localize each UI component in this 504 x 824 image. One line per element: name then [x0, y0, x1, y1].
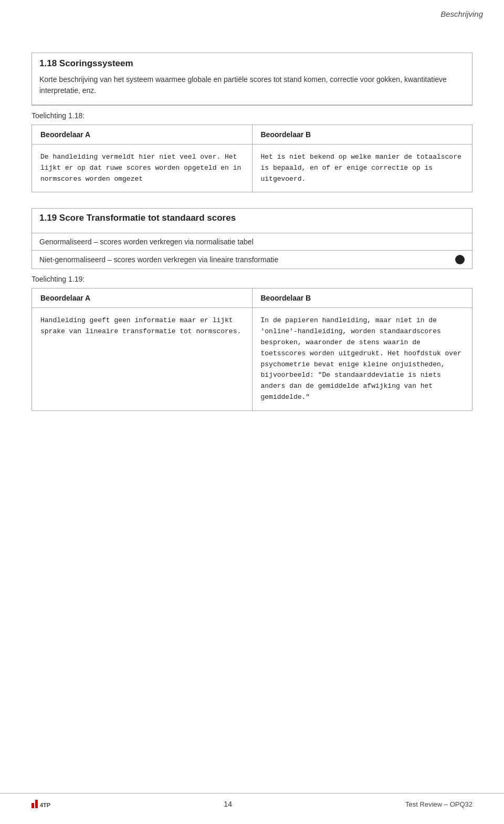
toelichting-118-text: Toelichting 1.18: — [32, 111, 85, 120]
section-119-row2: Niet-genormaliseerd – scores worden verk… — [32, 251, 472, 269]
page-footer: 4TP 14 Test Review – OPQ32 — [0, 793, 504, 808]
toelichting-119-text: Toelichting 1.19: — [32, 275, 85, 283]
col-b-header-119: Beoordelaar B — [252, 289, 472, 308]
toelichting-119-container: Toelichting 1.19: — [32, 274, 472, 284]
table-119: Beoordelaar A Beoordelaar B Handleiding … — [32, 288, 472, 410]
logo-bar-2 — [35, 800, 38, 808]
section-118: 1.18 Scoringssysteem Korte beschrijving … — [32, 53, 472, 192]
section-119-row1: Genormaliseerd – scores worden verkregen… — [32, 233, 472, 251]
section-118-title-row: 1.18 Scoringssysteem Korte beschrijving … — [32, 53, 472, 105]
col-a-header-118: Beoordelaar A — [32, 125, 253, 145]
col-b-header-118: Beoordelaar B — [252, 125, 472, 145]
section-119-title: 1.19 Score Transformatie tot standaard s… — [39, 213, 465, 223]
logo-text: 4TP — [40, 802, 50, 808]
table-118: Beoordelaar A Beoordelaar B De handleidi… — [32, 125, 472, 192]
col-a-cell-118: De handleiding vermeldt hier niet veel o… — [32, 145, 253, 192]
section-118-border: 1.18 Scoringssysteem Korte beschrijving … — [32, 53, 472, 106]
footer-page-number: 14 — [224, 800, 232, 808]
footer-logo: 4TP — [32, 800, 50, 808]
section-119-block: 1.19 Score Transformatie tot standaard s… — [32, 208, 472, 269]
table-row: Handleiding geeft geen informatie maar e… — [32, 308, 472, 410]
logo-bar-1 — [32, 803, 34, 808]
page-header-title: Beschrijving — [440, 9, 483, 18]
section-119-title-row: 1.19 Score Transformatie tot standaard s… — [32, 209, 472, 233]
section-118-title: 1.18 Scoringssysteem — [39, 58, 465, 69]
bullet-icon — [455, 255, 465, 264]
col-a-header-119: Beoordelaar A — [32, 289, 253, 308]
section-119-row1-text: Genormaliseerd – scores worden verkregen… — [39, 238, 465, 246]
col-b-cell-118: Het is niet bekend op welke manier de to… — [252, 145, 472, 192]
toelichting-118-label: Toelichting 1.18: — [32, 111, 472, 120]
table-row: De handleiding vermeldt hier niet veel o… — [32, 145, 472, 192]
section-119-row2-text: Niet-genormaliseerd – scores worden verk… — [39, 255, 450, 264]
col-b-cell-119: In de papieren handleiding, maar niet in… — [252, 308, 472, 410]
logo-bars — [32, 800, 38, 808]
header-title: Beschrijving — [440, 9, 483, 18]
footer-right-text: Test Review – OPQ32 — [405, 800, 472, 808]
section-119: 1.19 Score Transformatie tot standaard s… — [32, 208, 472, 410]
section-118-description: Korte beschrijving van het systeem waarm… — [39, 74, 465, 96]
col-a-cell-119: Handleiding geeft geen informatie maar e… — [32, 308, 253, 410]
